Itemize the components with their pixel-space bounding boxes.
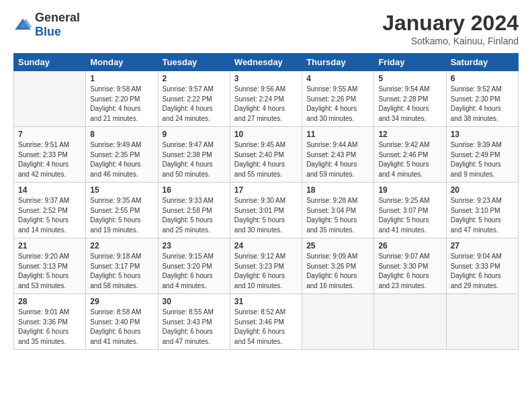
cell-w1-d7: 6Sunrise: 9:52 AMSunset: 2:30 PMDaylight… (446, 71, 518, 127)
day-info: Sunrise: 9:23 AMSunset: 3:10 PMDaylight:… (451, 196, 514, 235)
calendar-table: Sunday Monday Tuesday Wednesday Thursday… (13, 53, 519, 350)
calendar-title: January 2024 (382, 11, 519, 36)
cell-w4-d5: 25Sunrise: 9:09 AMSunset: 3:26 PMDayligh… (302, 238, 374, 294)
cell-w2-d7: 13Sunrise: 9:39 AMSunset: 2:49 PMDayligh… (446, 127, 518, 183)
day-info: Sunrise: 9:52 AMSunset: 2:30 PMDaylight:… (451, 85, 514, 124)
day-info: Sunrise: 9:07 AMSunset: 3:30 PMDaylight:… (378, 252, 441, 291)
day-number: 13 (451, 130, 514, 139)
cell-w4-d7: 27Sunrise: 9:04 AMSunset: 3:33 PMDayligh… (446, 238, 518, 294)
cell-w4-d2: 22Sunrise: 9:18 AMSunset: 3:17 PMDayligh… (86, 238, 158, 294)
cell-w4-d4: 24Sunrise: 9:12 AMSunset: 3:23 PMDayligh… (230, 238, 302, 294)
cell-w1-d6: 5Sunrise: 9:54 AMSunset: 2:28 PMDaylight… (374, 71, 446, 127)
day-number: 28 (18, 297, 81, 306)
day-number: 22 (90, 241, 153, 250)
cell-w3-d5: 18Sunrise: 9:28 AMSunset: 3:04 PMDayligh… (302, 183, 374, 238)
week-row-2: 7Sunrise: 9:51 AMSunset: 2:33 PMDaylight… (14, 127, 519, 183)
cell-w1-d2: 1Sunrise: 9:58 AMSunset: 2:20 PMDaylight… (86, 71, 158, 127)
col-friday: Friday (374, 54, 446, 71)
day-info: Sunrise: 9:44 AMSunset: 2:43 PMDaylight:… (306, 140, 369, 179)
cell-w3-d4: 17Sunrise: 9:30 AMSunset: 3:01 PMDayligh… (230, 183, 302, 238)
day-number: 14 (18, 185, 81, 195)
cell-w5-d4: 31Sunrise: 8:52 AMSunset: 3:46 PMDayligh… (230, 294, 302, 350)
day-number: 12 (378, 130, 441, 139)
cell-w5-d6 (374, 294, 446, 350)
cell-w3-d2: 15Sunrise: 9:35 AMSunset: 2:55 PMDayligh… (86, 183, 158, 238)
day-number: 25 (306, 241, 369, 250)
day-number: 29 (90, 297, 153, 306)
cell-w2-d2: 8Sunrise: 9:49 AMSunset: 2:35 PMDaylight… (86, 127, 158, 183)
day-info: Sunrise: 9:54 AMSunset: 2:28 PMDaylight:… (378, 85, 441, 124)
calendar-header-row: Sunday Monday Tuesday Wednesday Thursday… (14, 54, 519, 71)
cell-w1-d4: 3Sunrise: 9:56 AMSunset: 2:24 PMDaylight… (230, 71, 302, 127)
day-info: Sunrise: 9:55 AMSunset: 2:26 PMDaylight:… (306, 85, 369, 124)
day-number: 31 (234, 297, 298, 306)
cell-w2-d1: 7Sunrise: 9:51 AMSunset: 2:33 PMDaylight… (14, 127, 86, 183)
day-number: 27 (451, 241, 514, 250)
cell-w5-d3: 30Sunrise: 8:55 AMSunset: 3:43 PMDayligh… (158, 294, 230, 350)
week-row-3: 14Sunrise: 9:37 AMSunset: 2:52 PMDayligh… (14, 183, 519, 238)
day-info: Sunrise: 9:01 AMSunset: 3:36 PMDaylight:… (18, 308, 81, 347)
day-number: 16 (163, 185, 226, 195)
cell-w4-d1: 21Sunrise: 9:20 AMSunset: 3:13 PMDayligh… (14, 238, 86, 294)
day-number: 8 (90, 130, 153, 139)
day-number: 30 (163, 297, 226, 306)
cell-w1-d3: 2Sunrise: 9:57 AMSunset: 2:22 PMDaylight… (158, 71, 230, 127)
day-number: 10 (234, 130, 298, 139)
day-info: Sunrise: 9:49 AMSunset: 2:35 PMDaylight:… (90, 140, 153, 179)
cell-w1-d1 (14, 71, 86, 127)
cell-w4-d6: 26Sunrise: 9:07 AMSunset: 3:30 PMDayligh… (374, 238, 446, 294)
day-info: Sunrise: 9:20 AMSunset: 3:13 PMDaylight:… (18, 252, 81, 291)
cell-w3-d1: 14Sunrise: 9:37 AMSunset: 2:52 PMDayligh… (14, 183, 86, 238)
day-info: Sunrise: 9:57 AMSunset: 2:22 PMDaylight:… (163, 85, 226, 124)
day-info: Sunrise: 9:25 AMSunset: 3:07 PMDaylight:… (378, 196, 441, 235)
day-info: Sunrise: 9:28 AMSunset: 3:04 PMDaylight:… (306, 196, 369, 235)
day-number: 15 (90, 185, 153, 195)
day-info: Sunrise: 9:51 AMSunset: 2:33 PMDaylight:… (18, 140, 81, 179)
day-number: 18 (306, 185, 369, 195)
logo: General Blue (13, 11, 80, 39)
day-number: 11 (306, 130, 369, 139)
cell-w2-d5: 11Sunrise: 9:44 AMSunset: 2:43 PMDayligh… (302, 127, 374, 183)
day-number: 20 (451, 185, 514, 195)
cell-w5-d7 (446, 294, 518, 350)
day-info: Sunrise: 9:18 AMSunset: 3:17 PMDaylight:… (90, 252, 153, 291)
day-info: Sunrise: 9:35 AMSunset: 2:55 PMDaylight:… (90, 196, 153, 235)
day-number: 3 (234, 74, 298, 83)
week-row-5: 28Sunrise: 9:01 AMSunset: 3:36 PMDayligh… (14, 294, 519, 350)
logo-icon (13, 17, 32, 32)
day-number: 26 (378, 241, 441, 250)
day-info: Sunrise: 9:09 AMSunset: 3:26 PMDaylight:… (306, 252, 369, 291)
day-number: 9 (163, 130, 226, 139)
day-info: Sunrise: 9:30 AMSunset: 3:01 PMDaylight:… (234, 196, 298, 235)
header: General Blue January 2024 Sotkamo, Kainu… (13, 11, 519, 46)
title-block: January 2024 Sotkamo, Kainuu, Finland (382, 11, 519, 46)
day-info: Sunrise: 8:55 AMSunset: 3:43 PMDaylight:… (163, 308, 226, 347)
calendar-subtitle: Sotkamo, Kainuu, Finland (382, 36, 519, 46)
col-thursday: Thursday (302, 54, 374, 71)
day-number: 19 (378, 185, 441, 195)
day-info: Sunrise: 9:12 AMSunset: 3:23 PMDaylight:… (234, 252, 298, 291)
day-number: 23 (163, 241, 226, 250)
day-info: Sunrise: 9:15 AMSunset: 3:20 PMDaylight:… (163, 252, 226, 291)
col-monday: Monday (86, 54, 158, 71)
day-number: 17 (234, 185, 298, 195)
day-number: 21 (18, 241, 81, 250)
cell-w2-d3: 9Sunrise: 9:47 AMSunset: 2:38 PMDaylight… (158, 127, 230, 183)
cell-w1-d5: 4Sunrise: 9:55 AMSunset: 2:26 PMDaylight… (302, 71, 374, 127)
logo-general: General (35, 11, 80, 24)
cell-w2-d6: 12Sunrise: 9:42 AMSunset: 2:46 PMDayligh… (374, 127, 446, 183)
day-info: Sunrise: 9:37 AMSunset: 2:52 PMDaylight:… (18, 196, 81, 235)
col-saturday: Saturday (446, 54, 518, 71)
col-sunday: Sunday (14, 54, 86, 71)
day-info: Sunrise: 8:52 AMSunset: 3:46 PMDaylight:… (234, 308, 298, 347)
cell-w5-d1: 28Sunrise: 9:01 AMSunset: 3:36 PMDayligh… (14, 294, 86, 350)
day-number: 2 (163, 74, 226, 83)
week-row-1: 1Sunrise: 9:58 AMSunset: 2:20 PMDaylight… (14, 71, 519, 127)
day-info: Sunrise: 8:58 AMSunset: 3:40 PMDaylight:… (90, 308, 153, 347)
day-number: 4 (306, 74, 369, 83)
day-number: 1 (90, 74, 153, 83)
calendar-page: General Blue January 2024 Sotkamo, Kainu… (0, 0, 532, 358)
cell-w3-d7: 20Sunrise: 9:23 AMSunset: 3:10 PMDayligh… (446, 183, 518, 238)
day-info: Sunrise: 9:33 AMSunset: 2:58 PMDaylight:… (163, 196, 226, 235)
day-number: 6 (451, 74, 514, 83)
